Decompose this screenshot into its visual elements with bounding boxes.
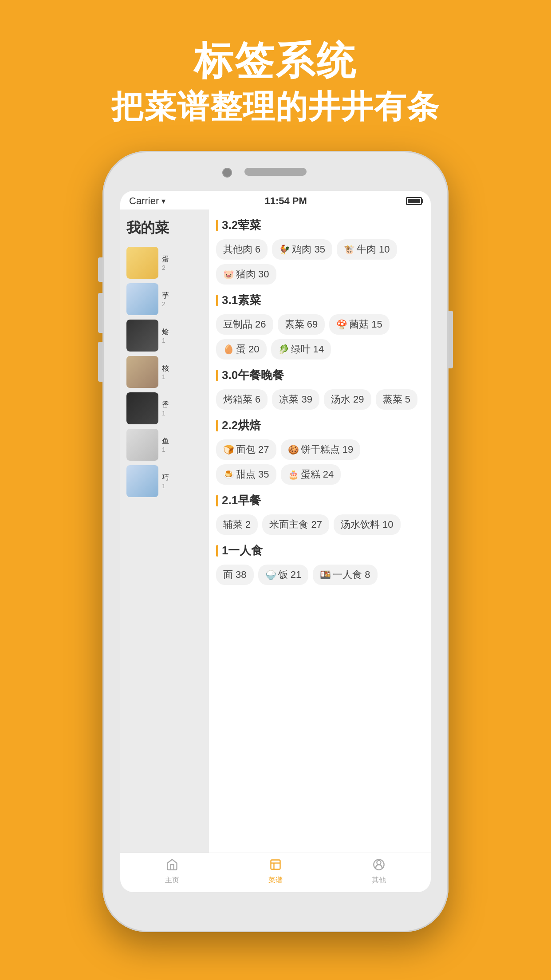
status-carrier: Carrier ▾ <box>129 195 165 207</box>
tag-emoji: 🎂 <box>288 469 299 480</box>
recipe-item[interactable]: 芋 2 <box>126 283 203 315</box>
recipe-item[interactable]: 烩 1 <box>126 320 203 352</box>
tag-item[interactable]: 烤箱菜 6 <box>216 389 268 410</box>
tag-item[interactable]: 🎂蛋糕 24 <box>281 464 341 485</box>
recipe-meta: 芋 2 <box>162 291 169 308</box>
tag-item[interactable]: 米面主食 27 <box>262 514 329 535</box>
tag-item[interactable]: 🍄菌菇 15 <box>329 314 390 335</box>
main-panel[interactable]: 3.2荤菜 其他肉 6🐓鸡肉 35🐮牛肉 10🐷猪肉 30 3.1素菜 豆制品 … <box>209 209 431 853</box>
recipe-thumbnail <box>126 356 158 388</box>
battery-fill <box>408 199 420 203</box>
tab-home[interactable]: 主页 <box>165 858 179 885</box>
status-battery <box>406 197 422 205</box>
recipe-item[interactable]: 核 1 <box>126 356 203 388</box>
phone-side-button-2 <box>98 293 102 333</box>
tab-other[interactable]: 其他 <box>372 858 386 885</box>
recipes-icon <box>269 858 282 874</box>
header-line2: 把菜谱整理的井井有条 <box>0 86 551 128</box>
wifi-icon: ▾ <box>161 196 165 206</box>
status-bar: Carrier ▾ 11:54 PM <box>120 191 431 209</box>
other-icon <box>373 858 385 874</box>
tag-item[interactable]: 🐓鸡肉 35 <box>272 239 332 260</box>
tag-item[interactable]: 🥬绿叶 14 <box>271 339 331 360</box>
recipe-item[interactable]: 香 1 <box>126 392 203 424</box>
tag-emoji: 🐷 <box>223 269 234 280</box>
category-title: 2.1早餐 <box>216 493 424 508</box>
tag-item[interactable]: 🍚饭 21 <box>258 565 309 585</box>
tag-emoji: 🍚 <box>265 569 276 580</box>
recipe-meta: 鱼 1 <box>162 437 169 453</box>
header: 标签系统 把菜谱整理的井井有条 <box>0 0 551 128</box>
category-title: 1一人食 <box>216 543 424 558</box>
tags-container: 烤箱菜 6凉菜 39汤水 29蒸菜 5 <box>216 389 424 410</box>
tag-label: 凉菜 39 <box>279 393 312 406</box>
tag-item[interactable]: 🍞面包 27 <box>216 439 276 460</box>
tags-container: 其他肉 6🐓鸡肉 35🐮牛肉 10🐷猪肉 30 <box>216 239 424 285</box>
tab-label-recipes: 菜谱 <box>268 876 283 885</box>
tag-item[interactable]: 🍪饼干糕点 19 <box>281 439 361 460</box>
phone-speaker <box>244 168 307 176</box>
tag-emoji: 🍄 <box>336 319 347 330</box>
tag-item[interactable]: 素菜 69 <box>278 314 325 335</box>
category-bar <box>216 295 218 306</box>
category-2.1: 2.1早餐 辅菜 2米面主食 27汤水饮料 10 <box>216 493 424 535</box>
phone-camera <box>222 168 232 178</box>
tag-label: 饭 21 <box>278 568 302 581</box>
category-2.2: 2.2烘焙 🍞面包 27🍪饼干糕点 19🍮甜点 35🎂蛋糕 24 <box>216 418 424 485</box>
category-title: 3.2荤菜 <box>216 217 424 233</box>
tag-emoji: 🐮 <box>344 244 355 255</box>
phone-side-button-1 <box>98 257 102 282</box>
status-time: 11:54 PM <box>264 195 307 207</box>
header-line1: 标签系统 <box>0 36 551 86</box>
tab-recipes[interactable]: 菜谱 <box>268 858 283 885</box>
tag-label: 牛肉 10 <box>357 243 390 256</box>
tag-emoji: 🥚 <box>223 344 234 355</box>
tag-label: 蒸菜 5 <box>383 393 410 406</box>
tab-label-other: 其他 <box>372 876 386 885</box>
tag-item[interactable]: 汤水 29 <box>324 389 371 410</box>
tag-item[interactable]: 豆制品 26 <box>216 314 273 335</box>
tag-label: 汤水饮料 10 <box>341 518 394 531</box>
recipe-item[interactable]: 巧 1 <box>126 465 203 497</box>
tag-item[interactable]: 其他肉 6 <box>216 239 268 260</box>
recipe-thumbnail <box>126 247 158 279</box>
tag-label: 猪肉 30 <box>236 268 269 281</box>
tag-emoji: 🐓 <box>279 244 290 255</box>
tag-item[interactable]: 蒸菜 5 <box>376 389 417 410</box>
recipe-list: 蛋 2 芋 2 烩 1 核 1 香 1 鱼 1 <box>126 247 203 497</box>
tag-item[interactable]: 🍱一人食 8 <box>313 565 377 585</box>
tag-item[interactable]: 🥚蛋 20 <box>216 339 267 360</box>
tag-item[interactable]: 辅菜 2 <box>216 514 258 535</box>
category-3.1: 3.1素菜 豆制品 26素菜 69🍄菌菇 15🥚蛋 20🥬绿叶 14 <box>216 292 424 360</box>
recipe-meta: 核 1 <box>162 364 169 380</box>
phone-power-button <box>449 311 453 368</box>
tag-label: 菌菇 15 <box>349 318 382 331</box>
tab-bar: 主页 菜谱 其他 <box>120 853 431 892</box>
category-label: 3.0午餐晚餐 <box>222 368 284 383</box>
category-bar <box>216 545 218 557</box>
tag-emoji: 🥬 <box>278 344 289 355</box>
recipe-thumbnail <box>126 465 158 497</box>
tag-label: 豆制品 26 <box>223 318 266 331</box>
tag-label: 汤水 29 <box>331 393 364 406</box>
recipe-thumbnail <box>126 320 158 352</box>
tag-label: 素菜 69 <box>285 318 318 331</box>
recipe-thumbnail <box>126 429 158 461</box>
phone-mockup: Carrier ▾ 11:54 PM 我的菜 蛋 2 <box>102 151 449 932</box>
recipe-item[interactable]: 鱼 1 <box>126 429 203 461</box>
svg-point-3 <box>377 861 381 865</box>
sidebar: 我的菜 蛋 2 芋 2 烩 1 核 1 香 1 <box>120 209 209 853</box>
recipe-meta: 蛋 2 <box>162 255 169 271</box>
tag-item[interactable]: 凉菜 39 <box>272 389 319 410</box>
tag-emoji: 🍱 <box>320 569 331 580</box>
category-label: 2.1早餐 <box>222 493 261 508</box>
tag-item[interactable]: 🍮甜点 35 <box>216 464 276 485</box>
tag-item[interactable]: 🐷猪肉 30 <box>216 264 276 285</box>
category-3.0: 3.0午餐晚餐 烤箱菜 6凉菜 39汤水 29蒸菜 5 <box>216 368 424 410</box>
recipe-item[interactable]: 蛋 2 <box>126 247 203 279</box>
tag-item[interactable]: 🐮牛肉 10 <box>337 239 397 260</box>
svg-rect-0 <box>271 860 280 869</box>
tag-item[interactable]: 汤水饮料 10 <box>334 514 401 535</box>
tag-label: 烤箱菜 6 <box>223 393 260 406</box>
tag-item[interactable]: 面 38 <box>216 565 254 585</box>
